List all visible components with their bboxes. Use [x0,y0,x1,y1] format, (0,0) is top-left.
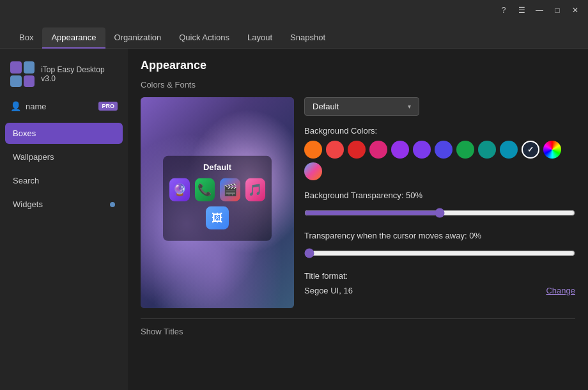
app-logo-area: iTop Easy Desktop v3.0 [5,56,123,95]
logo-cell-1 [10,61,22,74]
tab-appearance[interactable]: Appearance [42,27,105,49]
preview-icons-row-2: 🖼 [169,207,265,230]
logo-cell-3 [10,75,22,88]
minimize-button[interactable]: — [532,3,547,18]
cursor-transparency-label: Transparency when the cursor moves away:… [304,231,575,240]
color-orange[interactable] [304,141,322,159]
tab-layout[interactable]: Layout [238,27,281,49]
sidebar-item-widgets[interactable]: Widgets [5,194,123,215]
sidebar-item-search-label: Search [13,176,39,185]
color-red[interactable] [348,141,366,159]
pro-badge: PRO [98,102,118,111]
color-red-light[interactable] [326,141,344,159]
appearance-body: Default 🔮 📞 🎬 🎵 🖼 Default [141,97,575,308]
color-gradient[interactable] [304,162,322,180]
title-format-label: Title format: [304,271,575,281]
color-purple[interactable] [413,141,431,159]
color-pink[interactable] [369,141,387,159]
maximize-button[interactable]: □ [550,3,565,18]
title-format-row: Segoe UI, 16 Change [304,286,575,295]
logo-cell-4 [24,75,35,88]
color-rainbow[interactable] [543,141,561,159]
bg-transparency-container: Background Transparency: 50% [304,191,575,221]
preview-box-title: Default [169,162,265,172]
page-title: Appearance [141,59,575,72]
preview-overlay: Default 🔮 📞 🎬 🎵 🖼 [163,156,272,241]
nav-tabs: Box Appearance Organization Quick Action… [0,20,588,49]
sidebar-item-boxes-label: Boxes [13,129,36,138]
cursor-transparency-slider[interactable] [304,248,575,258]
preview-icon-2: 📞 [195,178,215,201]
chevron-down-icon: ▾ [408,103,411,110]
color-purple-light[interactable] [391,141,409,159]
app-name: iTop Easy Desktop v3.0 [41,65,118,83]
sidebar-item-wallpapers-label: Wallpapers [13,152,54,162]
tab-snapshot[interactable]: Snapshot [281,27,334,49]
preview-icons-row-1: 🔮 📞 🎬 🎵 [169,178,265,201]
bg-transparency-label: Background Transparency: 50% [304,191,575,200]
cursor-transparency-container: Transparency when the cursor moves away:… [304,231,575,261]
content-area: Appearance Colors & Fonts Default 🔮 📞 🎬 … [128,49,588,390]
dropdown-value: Default [313,102,339,111]
user-icon: 👤 [10,101,20,111]
sidebar-item-boxes[interactable]: Boxes [5,123,123,144]
section-colors-fonts: Colors & Fonts [141,80,575,90]
change-font-link[interactable]: Change [546,286,575,295]
bg-colors-label: Background Colors: [304,126,575,136]
widgets-dot [110,202,115,207]
sidebar-item-widgets-label: Widgets [13,199,43,209]
color-dark[interactable]: ✓ [522,141,539,159]
app-logo [10,61,35,87]
color-indigo[interactable] [435,141,453,159]
title-font-value: Segoe UI, 16 [304,286,353,295]
preview-icon-1: 🔮 [169,178,190,201]
titlebar: ? ☰ — □ ✕ [0,0,588,20]
color-cyan[interactable] [500,141,518,159]
show-titles-section: Show Titles [141,318,575,336]
bg-transparency-slider[interactable] [304,208,575,218]
preview-icon-single: 🖼 [206,207,229,230]
tab-organization[interactable]: Organization [105,27,171,49]
tab-quick-actions[interactable]: Quick Actions [170,27,238,49]
menu-button[interactable]: ☰ [514,3,529,18]
sidebar-item-search[interactable]: Search [5,170,123,191]
color-swatches: ✓ [304,141,575,180]
user-row: 👤 name PRO [5,97,123,115]
color-green[interactable] [456,141,474,159]
sidebar-item-wallpapers[interactable]: Wallpapers [5,146,123,168]
show-titles-label: Show Titles [141,327,575,336]
dropdown-row: Default ▾ [304,97,575,116]
logo-cell-2 [24,61,35,74]
preview-icon-4: 🎵 [245,178,266,201]
preview-box: Default 🔮 📞 🎬 🎵 🖼 [141,97,294,308]
check-icon: ✓ [527,145,534,154]
controls-panel: Default ▾ Background Colors: [304,97,575,295]
close-button[interactable]: ✕ [568,3,583,18]
user-name: name [26,102,93,111]
sidebar: iTop Easy Desktop v3.0 👤 name PRO Boxes … [0,49,128,390]
main-layout: iTop Easy Desktop v3.0 👤 name PRO Boxes … [0,49,588,390]
tab-box[interactable]: Box [10,27,42,49]
color-teal[interactable] [478,141,496,159]
title-format-section: Title format: Segoe UI, 16 Change [304,271,575,295]
theme-dropdown[interactable]: Default ▾ [304,97,419,116]
preview-icon-3: 🎬 [220,178,240,201]
help-button[interactable]: ? [496,3,511,18]
